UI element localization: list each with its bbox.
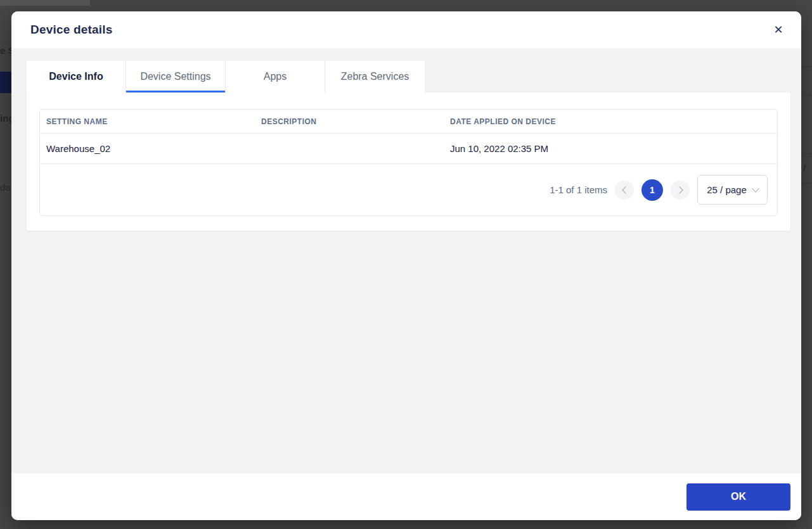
chevron-right-icon: [676, 186, 683, 193]
page-size-select[interactable]: 25 / page: [697, 175, 768, 205]
tab-apps[interactable]: Apps: [226, 61, 325, 92]
device-settings-table: SETTING NAME DESCRIPTION DATE APPLIED ON…: [39, 109, 778, 216]
column-header-setting-name: SETTING NAME: [40, 117, 255, 126]
tab-label: Device Info: [49, 71, 103, 82]
prev-page-button[interactable]: [615, 181, 634, 200]
column-header-description: DESCRIPTION: [255, 117, 444, 126]
page-size-value: 25 / page: [707, 184, 747, 195]
page-1-button[interactable]: 1: [641, 179, 663, 201]
pagination: 1-1 of 1 items 1 25 / page: [40, 164, 777, 215]
tab-content-panel: SETTING NAME DESCRIPTION DATE APPLIED ON…: [27, 92, 790, 231]
setting-name-cell: Warehouse_02: [40, 143, 255, 154]
background-selected-nav-fragment: [0, 72, 11, 93]
background-browser-strip: [0, 0, 90, 6]
table-header-row: SETTING NAME DESCRIPTION DATE APPLIED ON…: [40, 110, 777, 134]
background-text-fragment: /: [803, 162, 806, 173]
chevron-down-icon: [752, 185, 759, 192]
ok-button[interactable]: OK: [686, 483, 790, 511]
modal-header: Device details ✕: [11, 11, 801, 48]
close-icon[interactable]: ✕: [770, 21, 787, 39]
column-header-date-applied: DATE APPLIED ON DEVICE: [444, 117, 777, 126]
chevron-left-icon: [622, 186, 629, 193]
tab-device-info[interactable]: Device Info: [27, 61, 126, 92]
current-page-number: 1: [650, 185, 655, 195]
date-applied-cell: Jun 10, 2022 02:35 PM: [444, 143, 777, 154]
background-divider: [801, 95, 812, 96]
page-title: Device details: [30, 23, 113, 37]
pagination-summary: 1-1 of 1 items: [550, 184, 607, 195]
background-divider: [801, 66, 812, 67]
tab-label: Zebra Services: [341, 71, 409, 82]
tab-label: Apps: [264, 71, 287, 82]
next-page-button[interactable]: [671, 181, 690, 200]
tab-label: Device Settings: [140, 71, 210, 82]
tab-zebra-services[interactable]: Zebra Services: [325, 61, 425, 92]
tab-device-settings[interactable]: Device Settings: [126, 61, 226, 92]
table-row: Warehouse_02 Jun 10, 2022 02:35 PM: [40, 134, 777, 164]
device-details-modal: Device details ✕ Device Info Device Sett…: [11, 11, 801, 520]
modal-footer: OK: [11, 473, 801, 520]
background-divider: [801, 182, 812, 183]
background-divider: [801, 153, 812, 154]
tab-bar: Device Info Device Settings Apps Zebra S…: [27, 61, 425, 92]
